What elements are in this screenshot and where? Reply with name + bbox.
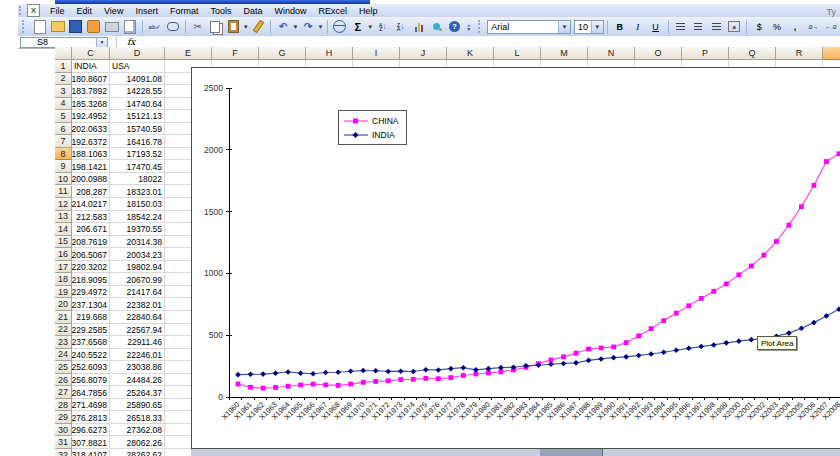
column-header-S[interactable]: S [823, 47, 840, 60]
paste-icon[interactable] [225, 19, 241, 35]
cell[interactable]: 18022 [110, 173, 164, 186]
type-question-box[interactable]: Ty [826, 7, 836, 17]
new-icon[interactable] [32, 19, 48, 35]
cell[interactable]: USA [110, 60, 164, 73]
row-header-16[interactable]: 16 [55, 248, 72, 261]
cut-icon[interactable]: ✂ [190, 19, 206, 35]
row-header-30[interactable]: 30 [55, 424, 72, 437]
row-header-18[interactable]: 18 [55, 273, 72, 286]
toolbar-grip[interactable] [478, 20, 483, 33]
column-header-O[interactable]: O [635, 47, 682, 60]
cell[interactable]: 264.7856 [72, 386, 109, 399]
row-header-14[interactable]: 14 [55, 223, 72, 236]
row-header-1[interactable]: 1 [55, 60, 72, 73]
menu-insert[interactable]: Insert [129, 5, 164, 17]
cell[interactable]: 14228.55 [110, 85, 164, 98]
font-size-dropdown-icon[interactable]: ▼ [591, 21, 603, 33]
sort-ascending-icon[interactable]: AZ↓ [375, 19, 391, 35]
toolbar-grip[interactable] [22, 20, 27, 33]
column-header-N[interactable]: N [588, 47, 635, 60]
row-header-17[interactable]: 17 [55, 261, 72, 274]
cell[interactable]: 22567.94 [110, 324, 164, 337]
column-header-I[interactable]: I [353, 47, 400, 60]
row-header-9[interactable]: 9 [55, 160, 72, 173]
cell[interactable]: 24484.26 [110, 374, 164, 387]
horizontal-scrollbar[interactable] [191, 449, 840, 456]
cell[interactable]: 20670.99 [110, 273, 164, 286]
menu-file[interactable]: File [44, 5, 71, 17]
cell[interactable]: 296.6273 [72, 424, 109, 437]
underline-button[interactable]: U [648, 19, 664, 35]
cell[interactable]: 20314.38 [110, 236, 164, 249]
print-icon[interactable] [104, 19, 120, 35]
drawing-icon[interactable] [429, 19, 445, 35]
row-header-2[interactable]: 2 [55, 73, 72, 86]
cell[interactable]: 212.583 [72, 211, 109, 224]
cell[interactable]: 185.3268 [72, 98, 109, 111]
cell[interactable]: 18323.01 [110, 186, 164, 199]
column-header-C[interactable]: C [72, 47, 110, 60]
row-header-21[interactable]: 21 [55, 311, 72, 324]
cell[interactable]: 237.1304 [72, 298, 109, 311]
cell[interactable]: 27362.08 [110, 424, 164, 437]
embedded-chart[interactable]: 05001000150020002500X1960X1961X1962X1963… [191, 67, 840, 449]
cell[interactable]: 16416.78 [110, 135, 164, 148]
permission-icon[interactable] [86, 19, 102, 35]
cell[interactable]: INDIA [72, 60, 109, 73]
decrease-decimal-icon[interactable]: ←.0 [823, 19, 839, 35]
menu-tools[interactable]: Tools [204, 5, 237, 17]
row-header-20[interactable]: 20 [55, 298, 72, 311]
column-header-M[interactable]: M [541, 47, 588, 60]
cell[interactable]: 188.1063 [72, 148, 109, 161]
column-header-L[interactable]: L [494, 47, 541, 60]
column-header-K[interactable]: K [447, 47, 494, 60]
row-header-3[interactable]: 3 [55, 85, 72, 98]
column-header-J[interactable]: J [400, 47, 447, 60]
row-header-13[interactable]: 13 [55, 211, 72, 224]
bold-button[interactable]: B [612, 19, 628, 35]
cell[interactable]: 214.0217 [72, 198, 109, 211]
cell[interactable]: 22911.46 [110, 336, 164, 349]
font-name-select[interactable]: Arial▼ [487, 20, 571, 34]
cell[interactable]: 25264.37 [110, 386, 164, 399]
row-header-24[interactable]: 24 [55, 349, 72, 362]
align-center-icon[interactable] [690, 19, 706, 35]
cell[interactable]: 25890.65 [110, 399, 164, 412]
sort-descending-icon[interactable]: ZA↓ [393, 19, 409, 35]
name-box[interactable]: S8 ▼ [20, 37, 108, 48]
menu-view[interactable]: View [98, 5, 129, 17]
cell[interactable]: 15121.13 [110, 110, 164, 123]
cell[interactable]: 218.9095 [72, 273, 109, 286]
cell[interactable]: 19370.55 [110, 223, 164, 236]
cell[interactable]: 17193.52 [110, 148, 164, 161]
redo-icon[interactable]: ↷ [300, 19, 316, 35]
cell[interactable]: 15740.59 [110, 123, 164, 136]
format-painter-icon[interactable] [250, 19, 266, 35]
menu-window[interactable]: Window [268, 5, 312, 17]
column-header-D[interactable]: D [110, 47, 165, 60]
cell[interactable]: 229.2585 [72, 324, 109, 337]
align-left-icon[interactable] [673, 19, 689, 35]
menu-edit[interactable]: Edit [71, 5, 99, 17]
scrollbar-thumb[interactable] [540, 449, 603, 456]
redo-dropdown-icon[interactable]: ▼ [317, 19, 324, 35]
insert-function-icon[interactable]: fx [127, 37, 135, 47]
row-header-10[interactable]: 10 [55, 173, 72, 186]
row-header-11[interactable]: 11 [55, 186, 72, 199]
row-header-22[interactable]: 22 [55, 324, 72, 337]
row-header-28[interactable]: 28 [55, 399, 72, 412]
cell[interactable]: 14091.08 [110, 73, 164, 86]
cell[interactable]: 252.6093 [72, 361, 109, 374]
column-header-H[interactable]: H [306, 47, 353, 60]
cell[interactable]: 28262.62 [110, 449, 164, 456]
align-right-icon[interactable] [708, 19, 724, 35]
cell[interactable]: 19802.94 [110, 261, 164, 274]
cell[interactable]: 206.671 [72, 223, 109, 236]
cell[interactable]: 219.668 [72, 311, 109, 324]
cell[interactable]: 192.4952 [72, 110, 109, 123]
spelling-icon[interactable]: ab✓ [147, 19, 163, 35]
cell[interactable]: 206.5067 [72, 248, 109, 261]
cell[interactable]: 240.5522 [72, 349, 109, 362]
cell[interactable]: 23038.86 [110, 361, 164, 374]
cell[interactable]: 202.0633 [72, 123, 109, 136]
